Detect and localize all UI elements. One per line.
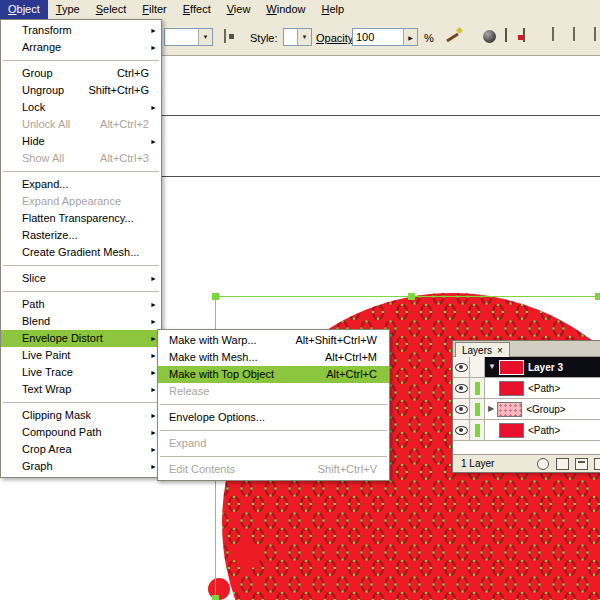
visibility-toggle[interactable] xyxy=(453,399,470,419)
selection-indicator xyxy=(475,382,480,395)
submenu-item-make-with-top-object[interactable]: Make with Top ObjectAlt+Ctrl+C xyxy=(158,366,389,383)
menubar-item-object[interactable]: Object xyxy=(0,0,48,19)
menubar-item-view[interactable]: View xyxy=(219,0,259,19)
menu-item-live-trace[interactable]: Live Trace► xyxy=(1,364,161,381)
menu-item-transform[interactable]: Transform► xyxy=(1,22,161,39)
layer-row-path-2[interactable]: <Path> xyxy=(453,420,600,441)
layer-entry[interactable]: ▶ <Group> xyxy=(485,399,600,419)
dropdown-arrow-icon: ▼ xyxy=(297,29,311,45)
appearance-select[interactable]: ▼ xyxy=(164,28,213,46)
menu-separator xyxy=(3,402,159,403)
layer-thumbnail xyxy=(499,360,524,375)
menu-item-ungroup[interactable]: UngroupShift+Ctrl+G xyxy=(1,82,161,99)
menubar-item-type[interactable]: Type xyxy=(48,0,88,19)
document-red-icon[interactable] xyxy=(523,28,525,42)
menu-item-group[interactable]: GroupCtrl+G xyxy=(1,65,161,82)
submenu-arrow-icon: ► xyxy=(150,381,157,398)
submenu-item-make-with-warp[interactable]: Make with Warp...Alt+Shift+Ctrl+W xyxy=(158,332,389,349)
menu-item-create-gradient-mesh[interactable]: Create Gradient Mesh... xyxy=(1,244,161,261)
menu-item-arrange[interactable]: Arrange► xyxy=(1,39,161,56)
new-layer-icon[interactable] xyxy=(575,458,588,470)
envelope-distort-submenu: Make with Warp...Alt+Shift+Ctrl+W Make w… xyxy=(157,329,390,481)
new-sublayer-icon[interactable] xyxy=(556,458,569,470)
submenu-arrow-icon: ► xyxy=(150,441,157,458)
menubar-item-window[interactable]: Window xyxy=(258,0,313,19)
visibility-toggle[interactable] xyxy=(453,357,470,377)
eye-icon xyxy=(455,426,468,435)
menu-item-unlock-all[interactable]: Unlock AllAlt+Ctrl+2 xyxy=(1,116,161,133)
layer-entry[interactable]: ▼ Layer 3 xyxy=(485,357,600,377)
panel-close-button[interactable]: × xyxy=(497,345,503,356)
menu-item-path[interactable]: Path► xyxy=(1,296,161,313)
selection-indicator xyxy=(475,424,480,437)
visibility-toggle[interactable] xyxy=(453,378,470,398)
menubar-item-effect[interactable]: Effect xyxy=(175,0,219,19)
brush-wand-icon[interactable] xyxy=(444,27,464,45)
menu-item-envelope-distort[interactable]: Envelope Distort► xyxy=(1,330,161,347)
clipping-mask-icon[interactable] xyxy=(537,458,549,470)
opacity-value: 100 xyxy=(353,29,403,45)
menu-item-show-all[interactable]: Show AllAlt+Ctrl+3 xyxy=(1,150,161,167)
edit-column[interactable] xyxy=(470,399,485,419)
submenu-item-make-with-mesh[interactable]: Make with Mesh...Alt+Ctrl+M xyxy=(158,349,389,366)
opacity-label[interactable]: Opacity: xyxy=(316,32,356,44)
dock-panel-icon-2[interactable] xyxy=(573,27,575,41)
layer-row-path-1[interactable]: <Path> xyxy=(453,378,600,399)
menu-item-rasterize[interactable]: Rasterize... xyxy=(1,227,161,244)
edit-column[interactable] xyxy=(470,378,485,398)
layer-row-layer3[interactable]: ▼ Layer 3 xyxy=(453,357,600,378)
submenu-item-release[interactable]: Release xyxy=(158,383,389,400)
menu-item-slice[interactable]: Slice► xyxy=(1,270,161,287)
menubar-item-select[interactable]: Select xyxy=(88,0,135,19)
layer-entry[interactable]: <Path> xyxy=(485,420,600,440)
layer-entry[interactable]: <Path> xyxy=(485,378,600,398)
layer-row-group[interactable]: ▶ <Group> xyxy=(453,399,600,420)
selection-indicator xyxy=(475,403,480,416)
opacity-input[interactable]: 100 ▶ xyxy=(352,28,418,46)
expand-triangle-icon[interactable]: ▼ xyxy=(488,363,496,371)
style-select[interactable]: ▼ xyxy=(283,28,312,46)
group-thumbnail xyxy=(497,402,522,417)
layer-count: 1 Layer xyxy=(461,458,494,469)
dock-panel-icon-3[interactable] xyxy=(594,27,596,41)
layer-label: Layer 3 xyxy=(528,362,563,373)
edit-column[interactable] xyxy=(470,420,485,440)
visibility-toggle[interactable] xyxy=(453,420,470,440)
submenu-arrow-icon: ► xyxy=(150,364,157,381)
menu-item-crop-area[interactable]: Crop Area► xyxy=(1,441,161,458)
delete-layer-icon[interactable] xyxy=(594,458,600,470)
submenu-arrow-icon: ► xyxy=(150,270,157,287)
percent-label: % xyxy=(424,32,434,44)
selection-target-icon[interactable] xyxy=(224,29,226,43)
menu-item-lock[interactable]: Lock► xyxy=(1,99,161,116)
menu-item-expand-appearance[interactable]: Expand Appearance xyxy=(1,193,161,210)
layer-label: <Path> xyxy=(528,383,560,394)
menu-item-expand[interactable]: Expand... xyxy=(1,176,161,193)
menu-item-graph[interactable]: Graph► xyxy=(1,458,161,475)
submenu-item-edit-contents[interactable]: Edit ContentsShift+Ctrl+V xyxy=(158,461,389,478)
menu-item-flatten-transparency[interactable]: Flatten Transparency... xyxy=(1,210,161,227)
submenu-item-envelope-options[interactable]: Envelope Options... xyxy=(158,409,389,426)
selection-handle[interactable] xyxy=(595,293,600,300)
layers-tab[interactable]: Layers× xyxy=(455,342,510,357)
edit-column[interactable] xyxy=(470,357,485,377)
menu-item-hide[interactable]: Hide► xyxy=(1,133,161,150)
spinner-arrow-icon[interactable]: ▶ xyxy=(403,29,417,45)
menu-item-blend[interactable]: Blend► xyxy=(1,313,161,330)
menu-item-text-wrap[interactable]: Text Wrap► xyxy=(1,381,161,398)
menu-item-live-paint[interactable]: Live Paint► xyxy=(1,347,161,364)
menubar-item-help[interactable]: Help xyxy=(313,0,352,19)
submenu-item-expand[interactable]: Expand xyxy=(158,435,389,452)
selection-handle[interactable] xyxy=(212,293,219,300)
selection-handle[interactable] xyxy=(408,293,415,300)
layers-tab-title: Layers xyxy=(462,345,492,356)
document-icon[interactable] xyxy=(505,28,507,42)
collapsed-triangle-icon[interactable]: ▶ xyxy=(488,405,494,413)
selection-handle[interactable] xyxy=(212,595,219,600)
gradient-sphere-icon[interactable] xyxy=(483,30,496,43)
menu-item-compound-path[interactable]: Compound Path► xyxy=(1,424,161,441)
layer-label: <Group> xyxy=(526,404,565,415)
menubar-item-filter[interactable]: Filter xyxy=(134,0,174,19)
menu-item-clipping-mask[interactable]: Clipping Mask► xyxy=(1,407,161,424)
dock-panel-icon-1[interactable] xyxy=(552,27,554,41)
